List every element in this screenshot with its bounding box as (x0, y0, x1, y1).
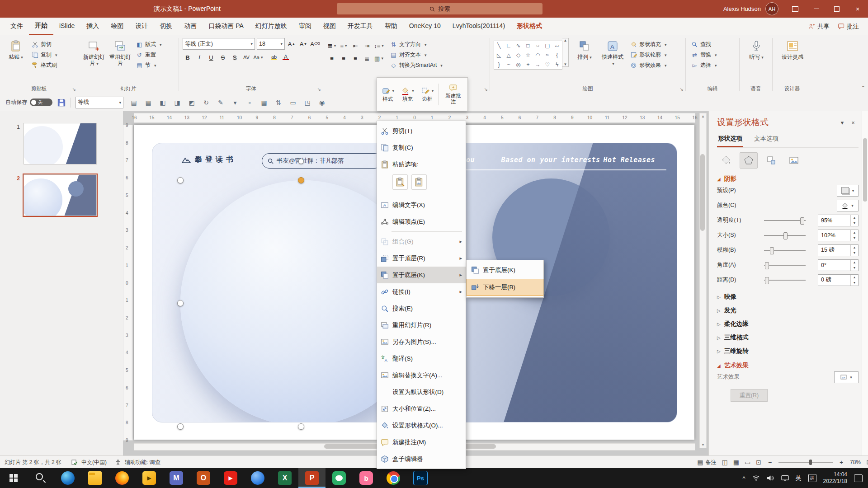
setting-slider[interactable] (764, 262, 806, 268)
taskbar-powerpoint-button[interactable]: P (298, 468, 326, 488)
pane-options-icon[interactable]: ▾ (837, 117, 848, 128)
shape-curve-icon[interactable]: ∿ (516, 42, 521, 49)
display-icon[interactable] (781, 475, 789, 481)
tab-transitions[interactable]: 切换 (154, 18, 178, 35)
notes-button[interactable]: ▤备注 (697, 459, 716, 466)
slide-1-thumbnail[interactable] (24, 123, 97, 164)
shape-star-icon[interactable]: ☆ (526, 52, 531, 58)
decrease-indent-button[interactable]: ⇤ (350, 41, 360, 51)
menu-item-edit-points[interactable]: 编辑顶点(E) (377, 213, 466, 230)
strikethrough-button[interactable]: S (218, 52, 228, 62)
format-painter-button[interactable]: 格式刷 (30, 61, 59, 70)
resize-handle-middle-left[interactable] (177, 300, 184, 306)
shape-heart-icon[interactable]: ♡ (545, 61, 550, 68)
shape-triangle-icon[interactable]: △ (507, 52, 511, 58)
reset-button[interactable]: ↺重置 (134, 50, 164, 60)
reading-view-icon[interactable]: ▭ (745, 459, 750, 466)
shape-arrow-right-icon[interactable]: → (535, 61, 540, 68)
justify-button[interactable]: ≣ (362, 53, 372, 63)
tab-animations[interactable]: 动画 (178, 18, 203, 35)
setting-slider[interactable] (764, 277, 806, 283)
nav-item-interests[interactable]: Based on your interests (501, 156, 600, 164)
setting-spinbox[interactable]: 0 磅▲▼ (818, 274, 859, 286)
tab-lvyhtools[interactable]: LvyhTools(201114) (447, 18, 511, 35)
tab-slide-show[interactable]: 幻灯片放映 (250, 18, 293, 35)
tab-draw[interactable]: 绘图 (105, 18, 129, 35)
qat-two-content-icon[interactable]: ◨ (171, 97, 183, 108)
setting-spinbox[interactable]: 0°▲▼ (818, 259, 859, 271)
shape-fill-button[interactable]: 形状填充▾ (628, 40, 669, 49)
resize-handle-bottom-middle[interactable] (298, 423, 304, 430)
qat-dropdown-icon[interactable]: ▾ (229, 97, 241, 108)
resize-handle-top-left[interactable] (177, 177, 184, 183)
taskbar-qq-browser-button[interactable] (244, 468, 271, 488)
setting-spinbox[interactable]: 95%▲▼ (818, 215, 859, 226)
minimize-button[interactable] (806, 0, 826, 18)
picture-category-icon[interactable] (785, 152, 803, 169)
shadow-preset-dropdown[interactable]: ▾ (837, 185, 859, 197)
accessibility-status[interactable]: 辅助功能: 调查 (125, 459, 160, 466)
taskbar-edge-button[interactable] (54, 468, 81, 488)
font-family-combo[interactable]: 等线 (正文)▾ (183, 38, 255, 50)
taskbar-media-player-button[interactable] (136, 468, 163, 488)
bullets-button[interactable]: ≣▾ (327, 41, 337, 51)
character-spacing-button[interactable]: AV (241, 52, 251, 62)
share-button[interactable]: 共享 (808, 23, 830, 31)
font-size-combo[interactable]: 18▾ (257, 38, 285, 50)
align-left-button[interactable]: ≡ (327, 53, 337, 63)
shape-effects-button[interactable]: 形状效果▾ (628, 61, 669, 70)
close-button[interactable]: × (847, 0, 868, 18)
zoom-slider[interactable] (778, 459, 833, 465)
tab-insert[interactable]: 插入 (80, 18, 105, 35)
qat-font-combo[interactable]: 等线▾ (75, 97, 123, 108)
shape-rect-icon[interactable]: □ (526, 42, 529, 49)
qat-table-icon[interactable]: ▦ (258, 97, 270, 108)
shape-elbow-icon[interactable]: ∟ (506, 42, 511, 49)
tab-design[interactable]: 设计 (129, 18, 154, 35)
clipboard-dialog-launcher-icon[interactable]: ↘ (72, 87, 76, 92)
zoom-out-icon[interactable]: − (767, 459, 773, 466)
shadow-color-dropdown[interactable]: ▾ (837, 200, 859, 211)
tab-file[interactable]: 文件 (5, 18, 29, 35)
input-language-indicator[interactable]: 英 (796, 474, 802, 482)
spellcheck-icon[interactable] (71, 459, 78, 465)
menu-item-send-to-back[interactable]: 置于底层(K)▸ (377, 267, 466, 283)
shape-line-icon[interactable]: ╲ (497, 42, 500, 49)
slide-2-thumbnail[interactable] (24, 174, 97, 216)
quick-styles-button[interactable]: A 快速样式▾ (600, 38, 625, 67)
artistic-effects-dropdown[interactable]: ▾ (834, 371, 859, 383)
comments-button[interactable]: 批注 (838, 23, 859, 31)
normal-view-icon[interactable]: ◫ (722, 459, 728, 466)
bold-button[interactable]: B (183, 52, 193, 62)
avatar[interactable]: AH (765, 2, 778, 15)
pane-close-icon[interactable]: × (848, 117, 859, 128)
menu-item-save-as-picture[interactable]: 另存为图片(S)... (377, 333, 466, 350)
spin-up-icon[interactable]: ▲ (851, 275, 858, 280)
spin-down-icon[interactable]: ▼ (851, 250, 858, 256)
setting-slider[interactable] (764, 217, 806, 224)
shape-freeform-icon[interactable]: ~ (507, 61, 510, 68)
slide-counter[interactable]: 幻灯片 第 2 张，共 2 张 (5, 459, 61, 466)
align-right-button[interactable]: ≡ (350, 53, 360, 63)
menu-item-link[interactable]: 链接(I)▸ (377, 283, 466, 300)
slider-thumb[interactable] (783, 232, 788, 239)
shape-diamond-icon[interactable]: ◇ (516, 52, 520, 58)
menu-item-size-position[interactable]: 大小和位置(Z)... (377, 400, 466, 417)
tab-help[interactable]: 帮助 (379, 18, 403, 35)
spin-up-icon[interactable]: ▲ (851, 230, 858, 235)
numbering-button[interactable]: ≡▾ (339, 41, 349, 51)
maximize-button[interactable] (826, 0, 847, 18)
menu-item-new-comment[interactable]: 新建批注(M) (377, 434, 466, 450)
shape-donut-icon[interactable]: ◎ (516, 61, 520, 68)
font-dialog-launcher-icon[interactable]: ↘ (317, 87, 321, 92)
adjust-handle-top-middle[interactable] (298, 177, 304, 183)
slideshow-view-icon[interactable]: ⊡ (756, 459, 761, 466)
shape-arc-icon[interactable]: ◠ (535, 52, 540, 58)
taskbar-start-button[interactable] (0, 468, 27, 488)
tab-view[interactable]: 视图 (317, 18, 342, 35)
resize-handle-bottom-left[interactable] (177, 423, 184, 430)
change-case-button[interactable]: Aa▾ (253, 52, 263, 62)
menu-item-edit-text[interactable]: A编辑文字(X) (377, 197, 466, 213)
qat-pencil-icon[interactable]: ✎ (215, 97, 226, 108)
menu-item-bring-to-front[interactable]: 置于顶层(R)▸ (377, 250, 466, 267)
